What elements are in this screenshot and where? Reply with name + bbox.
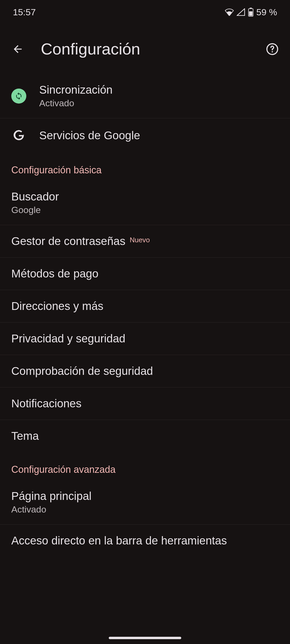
svg-rect-1 xyxy=(249,8,252,9)
item-safety-check[interactable]: Comprobación de seguridad xyxy=(0,355,290,387)
item-notifications[interactable]: Notificaciones xyxy=(0,387,290,420)
item-search-subtitle: Google xyxy=(11,205,59,215)
item-homepage-subtitle: Activado xyxy=(11,504,92,515)
item-payment-title: Métodos de pago xyxy=(11,267,99,280)
page-title: Configuración xyxy=(41,40,249,58)
item-homepage-body: Página principal Activado xyxy=(11,490,92,515)
item-safety-title: Comprobación de seguridad xyxy=(11,365,153,378)
settings-list: Sincronización Activado Servicios de Goo… xyxy=(0,74,290,549)
item-google-title: Servicios de Google xyxy=(39,129,140,142)
item-theme-title: Tema xyxy=(11,430,39,442)
help-circle-icon xyxy=(266,43,279,56)
item-google-services[interactable]: Servicios de Google xyxy=(0,118,290,153)
item-sync[interactable]: Sincronización Activado xyxy=(0,74,290,118)
item-addresses-title: Direcciones y más xyxy=(11,300,103,313)
back-button[interactable] xyxy=(9,41,26,58)
sync-icon xyxy=(11,89,26,104)
item-sync-subtitle: Activado xyxy=(39,98,113,108)
help-button[interactable] xyxy=(264,41,281,58)
nav-indicator xyxy=(109,637,181,639)
item-privacy-title: Privacidad y seguridad xyxy=(11,332,125,345)
item-search-title: Buscador xyxy=(11,190,59,203)
item-passwords[interactable]: Gestor de contraseñas Nuevo xyxy=(0,225,290,258)
item-theme[interactable]: Tema xyxy=(0,420,290,452)
section-advanced-header: Configuración avanzada xyxy=(0,452,290,480)
item-search-engine[interactable]: Buscador Google xyxy=(0,181,290,225)
item-payment-methods[interactable]: Métodos de pago xyxy=(0,258,290,290)
google-icon xyxy=(11,128,26,143)
signal-icon xyxy=(237,8,245,16)
app-header: Configuración xyxy=(0,24,290,74)
status-bar: 15:57 59 % xyxy=(0,0,290,24)
item-google-body: Servicios de Google xyxy=(39,129,140,142)
battery-percent: 59 % xyxy=(256,7,277,17)
status-icons: 59 % xyxy=(225,7,277,17)
wifi-icon xyxy=(225,8,234,16)
arrow-left-icon xyxy=(12,43,24,55)
battery-icon xyxy=(248,8,254,17)
item-notifications-title: Notificaciones xyxy=(11,397,81,410)
item-privacy[interactable]: Privacidad y seguridad xyxy=(0,323,290,355)
item-passwords-title: Gestor de contraseñas xyxy=(11,235,125,248)
item-toolbar-shortcut[interactable]: Acceso directo en la barra de herramient… xyxy=(0,525,290,549)
item-addresses[interactable]: Direcciones y más xyxy=(0,290,290,323)
item-toolbar-title: Acceso directo en la barra de herramient… xyxy=(11,534,227,547)
svg-point-4 xyxy=(272,51,273,52)
item-passwords-body: Gestor de contraseñas Nuevo xyxy=(11,235,150,248)
item-homepage-title: Página principal xyxy=(11,490,92,503)
item-homepage[interactable]: Página principal Activado xyxy=(0,480,290,525)
item-sync-body: Sincronización Activado xyxy=(39,83,113,108)
new-badge: Nuevo xyxy=(130,236,150,244)
status-time: 15:57 xyxy=(13,7,36,17)
section-basic-header: Configuración básica xyxy=(0,153,290,181)
item-search-body: Buscador Google xyxy=(11,190,59,215)
svg-rect-2 xyxy=(249,11,252,16)
item-sync-title: Sincronización xyxy=(39,83,113,96)
